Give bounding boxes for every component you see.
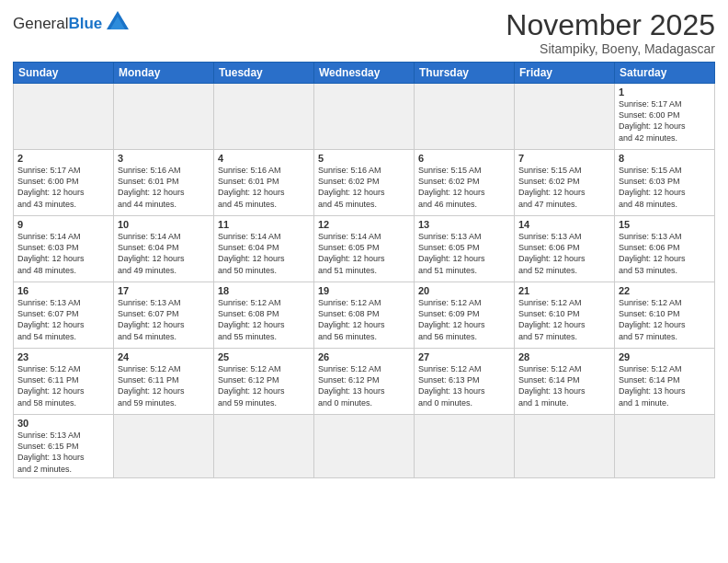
day-number: 10 xyxy=(118,219,210,230)
calendar-cell: 29Sunrise: 5:12 AM Sunset: 6:14 PM Dayli… xyxy=(615,349,715,415)
day-number: 4 xyxy=(218,153,310,164)
calendar-cell xyxy=(615,415,715,478)
day-number: 12 xyxy=(318,219,410,230)
calendar-cell: 6Sunrise: 5:15 AM Sunset: 6:02 PM Daylig… xyxy=(415,150,515,216)
calendar-cell xyxy=(214,415,314,478)
calendar-cell: 18Sunrise: 5:12 AM Sunset: 6:08 PM Dayli… xyxy=(214,282,314,349)
day-number: 5 xyxy=(318,153,410,164)
calendar-cell: 1Sunrise: 5:17 AM Sunset: 6:00 PM Daylig… xyxy=(615,84,715,150)
header: GeneralBlue November 2025 Sitampiky, Boe… xyxy=(13,9,715,56)
col-thursday: Thursday xyxy=(415,63,515,84)
day-info: Sunrise: 5:12 AM Sunset: 6:10 PM Dayligh… xyxy=(619,297,711,342)
day-info: Sunrise: 5:12 AM Sunset: 6:12 PM Dayligh… xyxy=(218,363,310,408)
calendar-cell xyxy=(515,84,615,150)
calendar-cell xyxy=(314,84,415,150)
day-info: Sunrise: 5:12 AM Sunset: 6:10 PM Dayligh… xyxy=(518,297,610,342)
day-info: Sunrise: 5:16 AM Sunset: 6:01 PM Dayligh… xyxy=(218,165,310,210)
day-number: 21 xyxy=(518,285,610,296)
calendar-cell: 3Sunrise: 5:16 AM Sunset: 6:01 PM Daylig… xyxy=(114,150,214,216)
day-info: Sunrise: 5:17 AM Sunset: 6:00 PM Dayligh… xyxy=(17,165,109,210)
col-wednesday: Wednesday xyxy=(314,63,415,84)
day-info: Sunrise: 5:12 AM Sunset: 6:11 PM Dayligh… xyxy=(118,363,210,408)
day-info: Sunrise: 5:12 AM Sunset: 6:12 PM Dayligh… xyxy=(318,363,410,408)
day-info: Sunrise: 5:13 AM Sunset: 6:07 PM Dayligh… xyxy=(118,297,210,342)
day-number: 28 xyxy=(518,351,610,362)
calendar-cell: 8Sunrise: 5:15 AM Sunset: 6:03 PM Daylig… xyxy=(615,150,715,216)
day-number: 9 xyxy=(17,219,109,230)
page: GeneralBlue November 2025 Sitampiky, Boe… xyxy=(0,0,728,563)
calendar-cell xyxy=(314,415,415,478)
day-number: 25 xyxy=(218,351,310,362)
calendar-cell: 27Sunrise: 5:12 AM Sunset: 6:13 PM Dayli… xyxy=(415,349,515,415)
week-row-0: 1Sunrise: 5:17 AM Sunset: 6:00 PM Daylig… xyxy=(14,84,715,150)
day-info: Sunrise: 5:12 AM Sunset: 6:11 PM Dayligh… xyxy=(17,363,109,408)
day-number: 2 xyxy=(17,153,109,164)
day-number: 17 xyxy=(118,285,210,296)
day-number: 22 xyxy=(619,285,711,296)
day-info: Sunrise: 5:14 AM Sunset: 6:05 PM Dayligh… xyxy=(318,231,410,276)
calendar-cell: 28Sunrise: 5:12 AM Sunset: 6:14 PM Dayli… xyxy=(515,349,615,415)
logo: GeneralBlue xyxy=(13,13,131,35)
calendar-cell xyxy=(214,84,314,150)
calendar-cell: 23Sunrise: 5:12 AM Sunset: 6:11 PM Dayli… xyxy=(14,349,114,415)
location: Sitampiky, Boeny, Madagascar xyxy=(506,41,715,56)
calendar-cell xyxy=(515,415,615,478)
day-number: 11 xyxy=(218,219,310,230)
day-info: Sunrise: 5:15 AM Sunset: 6:03 PM Dayligh… xyxy=(619,165,711,210)
calendar-header-row: Sunday Monday Tuesday Wednesday Thursday… xyxy=(14,63,715,84)
day-info: Sunrise: 5:14 AM Sunset: 6:04 PM Dayligh… xyxy=(118,231,210,276)
calendar-cell: 2Sunrise: 5:17 AM Sunset: 6:00 PM Daylig… xyxy=(14,150,114,216)
day-info: Sunrise: 5:12 AM Sunset: 6:14 PM Dayligh… xyxy=(518,363,610,408)
day-info: Sunrise: 5:13 AM Sunset: 6:07 PM Dayligh… xyxy=(17,297,109,342)
day-info: Sunrise: 5:12 AM Sunset: 6:09 PM Dayligh… xyxy=(418,297,510,342)
calendar-cell: 20Sunrise: 5:12 AM Sunset: 6:09 PM Dayli… xyxy=(415,282,515,349)
day-number: 20 xyxy=(418,285,510,296)
calendar-cell: 13Sunrise: 5:13 AM Sunset: 6:05 PM Dayli… xyxy=(415,216,515,282)
day-number: 13 xyxy=(418,219,510,230)
col-tuesday: Tuesday xyxy=(214,63,314,84)
calendar: Sunday Monday Tuesday Wednesday Thursday… xyxy=(13,62,715,478)
logo-icon xyxy=(105,9,131,35)
day-info: Sunrise: 5:17 AM Sunset: 6:00 PM Dayligh… xyxy=(619,98,711,144)
month-title: November 2025 xyxy=(506,9,715,41)
day-number: 6 xyxy=(418,153,510,164)
col-sunday: Sunday xyxy=(14,63,114,84)
day-number: 29 xyxy=(619,351,711,362)
calendar-cell: 25Sunrise: 5:12 AM Sunset: 6:12 PM Dayli… xyxy=(214,349,314,415)
logo-general: General xyxy=(13,15,68,32)
week-row-1: 2Sunrise: 5:17 AM Sunset: 6:00 PM Daylig… xyxy=(14,150,715,216)
week-row-2: 9Sunrise: 5:14 AM Sunset: 6:03 PM Daylig… xyxy=(14,216,715,282)
calendar-cell: 7Sunrise: 5:15 AM Sunset: 6:02 PM Daylig… xyxy=(515,150,615,216)
calendar-cell: 19Sunrise: 5:12 AM Sunset: 6:08 PM Dayli… xyxy=(314,282,415,349)
calendar-cell: 15Sunrise: 5:13 AM Sunset: 6:06 PM Dayli… xyxy=(615,216,715,282)
day-number: 24 xyxy=(118,351,210,362)
day-info: Sunrise: 5:15 AM Sunset: 6:02 PM Dayligh… xyxy=(418,165,510,210)
day-number: 18 xyxy=(218,285,310,296)
week-row-4: 23Sunrise: 5:12 AM Sunset: 6:11 PM Dayli… xyxy=(14,349,715,415)
calendar-cell xyxy=(114,415,214,478)
calendar-cell: 17Sunrise: 5:13 AM Sunset: 6:07 PM Dayli… xyxy=(114,282,214,349)
day-info: Sunrise: 5:14 AM Sunset: 6:04 PM Dayligh… xyxy=(218,231,310,276)
day-info: Sunrise: 5:16 AM Sunset: 6:01 PM Dayligh… xyxy=(118,165,210,210)
calendar-cell: 24Sunrise: 5:12 AM Sunset: 6:11 PM Dayli… xyxy=(114,349,214,415)
day-info: Sunrise: 5:13 AM Sunset: 6:15 PM Dayligh… xyxy=(17,430,109,475)
calendar-cell: 14Sunrise: 5:13 AM Sunset: 6:06 PM Dayli… xyxy=(515,216,615,282)
week-row-3: 16Sunrise: 5:13 AM Sunset: 6:07 PM Dayli… xyxy=(14,282,715,349)
day-info: Sunrise: 5:13 AM Sunset: 6:05 PM Dayligh… xyxy=(418,231,510,276)
day-number: 7 xyxy=(518,153,610,164)
calendar-cell: 22Sunrise: 5:12 AM Sunset: 6:10 PM Dayli… xyxy=(615,282,715,349)
day-number: 16 xyxy=(17,285,109,296)
col-saturday: Saturday xyxy=(615,63,715,84)
col-monday: Monday xyxy=(114,63,214,84)
calendar-cell: 21Sunrise: 5:12 AM Sunset: 6:10 PM Dayli… xyxy=(515,282,615,349)
day-number: 14 xyxy=(518,219,610,230)
week-row-5: 30Sunrise: 5:13 AM Sunset: 6:15 PM Dayli… xyxy=(14,415,715,478)
day-number: 27 xyxy=(418,351,510,362)
day-info: Sunrise: 5:12 AM Sunset: 6:08 PM Dayligh… xyxy=(218,297,310,342)
title-block: November 2025 Sitampiky, Boeny, Madagasc… xyxy=(506,9,715,56)
day-info: Sunrise: 5:12 AM Sunset: 6:14 PM Dayligh… xyxy=(619,363,711,408)
logo-blue: Blue xyxy=(68,15,102,32)
day-number: 1 xyxy=(619,86,711,98)
calendar-cell xyxy=(415,415,515,478)
calendar-cell: 11Sunrise: 5:14 AM Sunset: 6:04 PM Dayli… xyxy=(214,216,314,282)
